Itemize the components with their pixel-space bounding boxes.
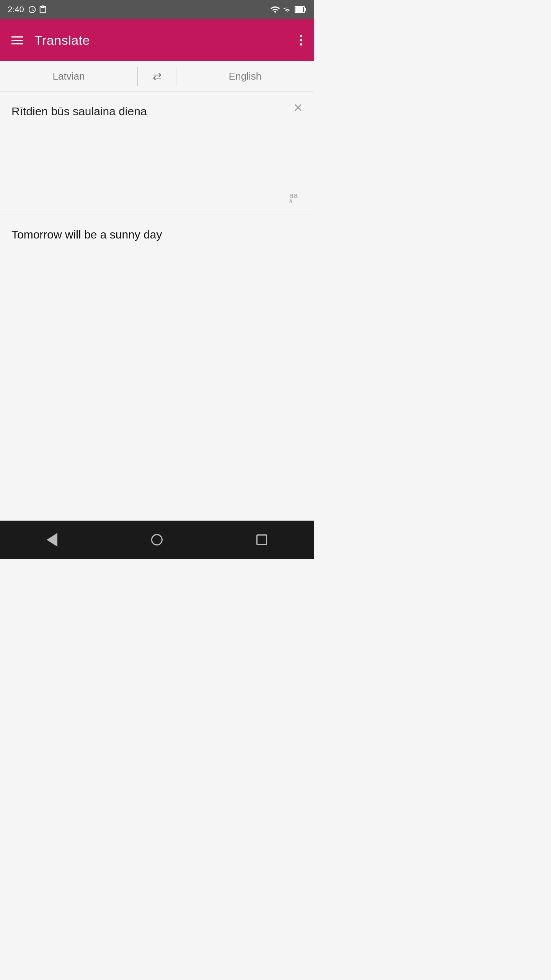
app-bar-left: Translate xyxy=(11,33,90,48)
status-time: 2:40 xyxy=(8,5,24,15)
source-language-button[interactable]: Latvian xyxy=(0,61,137,91)
back-icon xyxy=(47,533,57,547)
app-title: Translate xyxy=(34,33,90,48)
status-bar-left: 2:40 xyxy=(8,5,47,15)
wifi-icon xyxy=(270,5,280,15)
nav-bar xyxy=(0,521,314,559)
app-bar: Translate xyxy=(0,19,314,61)
home-icon xyxy=(151,534,163,546)
nav-recents-button[interactable] xyxy=(256,534,267,545)
clipboard-icon xyxy=(39,5,47,14)
target-language-button[interactable]: English xyxy=(176,61,314,91)
nav-back-button[interactable] xyxy=(47,533,57,547)
source-text-input[interactable]: Rītdien būs saulaina diena xyxy=(0,92,314,214)
recents-icon xyxy=(256,534,267,545)
status-icons-right xyxy=(270,5,306,15)
translated-text: Tomorrow will be a sunny day xyxy=(11,226,302,243)
nav-home-button[interactable] xyxy=(151,534,163,546)
svg-rect-1 xyxy=(295,7,303,12)
svg-text:aa: aa xyxy=(289,191,298,199)
hamburger-menu-button[interactable] xyxy=(11,36,23,44)
svg-text:ā: ā xyxy=(289,198,293,204)
status-bar: 2:40 xyxy=(0,0,314,19)
status-icons-left xyxy=(28,5,47,14)
target-language-label: English xyxy=(229,70,261,82)
more-options-button[interactable] xyxy=(300,35,302,46)
swap-icon: ⇄ xyxy=(153,70,161,83)
language-bar: Latvian ⇄ English xyxy=(0,61,314,92)
source-language-label: Latvian xyxy=(53,70,85,82)
input-area: Rītdien būs saulaina diena aa ā xyxy=(0,92,314,214)
clear-button[interactable] xyxy=(292,102,304,116)
svg-rect-2 xyxy=(305,8,306,11)
translation-area: Tomorrow will be a sunny day xyxy=(0,214,314,521)
battery-icon xyxy=(295,5,306,14)
signal-icon xyxy=(283,5,292,14)
text-size-button[interactable]: aa ā xyxy=(289,188,305,206)
alarm-icon xyxy=(28,5,36,14)
swap-languages-button[interactable]: ⇄ xyxy=(138,70,176,83)
